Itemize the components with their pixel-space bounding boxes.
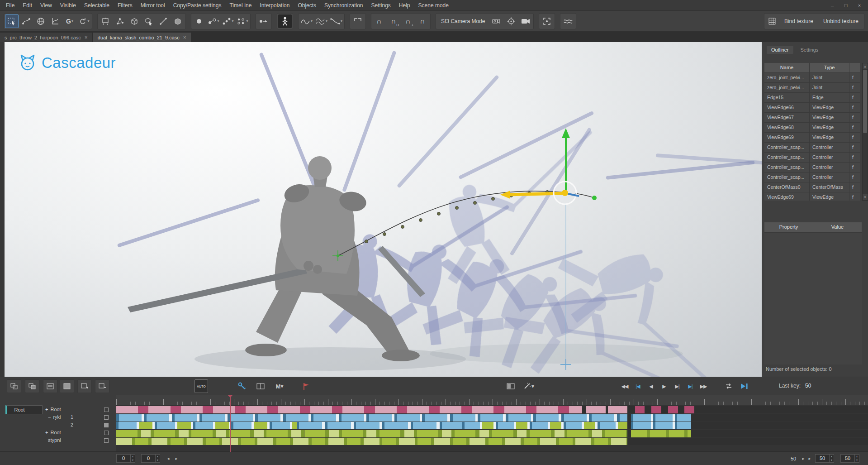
outliner-row[interactable]: ViewEdge66ViewEdgef <box>764 103 860 113</box>
keyframe-block[interactable] <box>655 422 673 429</box>
refresh-tool-button[interactable]: ▾ <box>77 14 91 28</box>
document-tab-2[interactable]: dual_kama_slash_combo_21_9.casc× <box>93 33 191 42</box>
timeline-track-root-2[interactable] <box>116 430 868 437</box>
keyframe-block[interactable] <box>379 422 383 429</box>
keyframe-block[interactable] <box>344 438 347 445</box>
keyframe-block[interactable] <box>505 438 521 445</box>
timeline-track-stypni[interactable] <box>116 438 868 445</box>
next-key-button[interactable]: ▶| <box>684 379 696 393</box>
keyframe-block[interactable] <box>235 406 246 413</box>
keyframe-block[interactable] <box>620 414 627 422</box>
keyframe-block[interactable] <box>213 430 216 437</box>
track-group-root[interactable]: − Root <box>5 405 43 414</box>
keyframe-block[interactable] <box>216 430 226 437</box>
keyframe-block[interactable] <box>647 430 650 437</box>
keyframe-block[interactable] <box>559 438 573 445</box>
menu-file[interactable]: File <box>2 0 19 11</box>
keyframe-block[interactable] <box>567 430 588 437</box>
keyframe-block[interactable] <box>489 438 502 445</box>
keyframe-block[interactable] <box>290 438 293 445</box>
bind-texture-button[interactable]: Bind texture <box>780 14 818 28</box>
keyframe-block[interactable] <box>342 414 364 422</box>
keyframe-block[interactable] <box>404 430 414 437</box>
track-label-root[interactable]: + Root <box>45 407 61 412</box>
keyframe-block[interactable] <box>513 430 517 437</box>
keyframe-block[interactable] <box>184 438 187 445</box>
track-label-stypni[interactable]: stypni <box>48 437 61 443</box>
interpolation-layers-button[interactable]: ▾ <box>314 14 328 28</box>
keyframe-block[interactable] <box>376 430 379 437</box>
keyframe-block[interactable] <box>151 430 154 437</box>
keyframe-block[interactable] <box>517 430 527 437</box>
keyframe-block[interactable] <box>516 422 527 429</box>
menu-filters[interactable]: Filters <box>114 0 137 11</box>
menu-interpolation[interactable]: Interpolation <box>256 0 294 11</box>
document-tab-1[interactable]: s_prc_throw_2_harpoon_096.casc× <box>0 33 92 42</box>
keyframe-block[interactable] <box>238 438 241 445</box>
spin-down-icon[interactable]: ▾ <box>131 458 135 462</box>
keyframe-block[interactable] <box>413 422 436 429</box>
camera-target-button[interactable] <box>504 14 518 28</box>
keyframe-block[interactable] <box>229 430 250 437</box>
keyframe-block[interactable] <box>526 406 536 413</box>
keyframe-block[interactable] <box>482 422 493 429</box>
keyframe-block[interactable] <box>425 414 447 422</box>
keyframe-block[interactable] <box>308 438 312 445</box>
outliner-row[interactable]: zero_joint_pelvi...Jointf <box>764 73 860 83</box>
trajectory-arc-button-2[interactable]: ∩U <box>387 14 400 28</box>
keyframe-block[interactable] <box>339 430 342 437</box>
keyframe-block[interactable] <box>408 422 411 429</box>
loop-toggle-button[interactable] <box>722 379 735 393</box>
keyframe-block[interactable] <box>276 438 290 445</box>
keyframe-block[interactable] <box>181 406 203 413</box>
keyframe-block[interactable] <box>588 430 592 437</box>
keyframe-block[interactable] <box>688 430 691 437</box>
camera-lock-button[interactable] <box>490 14 503 28</box>
keyframe-block[interactable] <box>556 438 559 445</box>
keyframe-block[interactable] <box>266 430 288 437</box>
keyframe-block[interactable] <box>356 422 379 429</box>
keyframe-block[interactable] <box>171 438 184 445</box>
track-visibility-toggle[interactable] <box>104 423 109 427</box>
tab-outliner[interactable]: Outliner <box>767 46 793 54</box>
keyframe-block[interactable] <box>626 430 627 437</box>
frame-current-spinner[interactable]: 0 ▴ ▾ <box>141 454 160 463</box>
keyframe-block[interactable] <box>138 406 148 413</box>
gravity-tool-button[interactable]: G ▾ <box>63 14 76 28</box>
point-select-button[interactable] <box>19 14 33 28</box>
spin-up-icon[interactable]: ▴ <box>830 455 834 458</box>
keyframe-block[interactable] <box>564 430 568 437</box>
scroll-up-icon[interactable]: ▲ <box>863 63 868 69</box>
minimize-button[interactable]: – <box>825 0 839 10</box>
column-name[interactable]: Name <box>764 63 810 72</box>
keyframe-block[interactable] <box>455 430 476 437</box>
copy-interval-button[interactable] <box>25 379 39 393</box>
menu-mirror-tool[interactable]: Mirror tool <box>137 0 169 11</box>
keyframe-block[interactable] <box>369 414 392 422</box>
menu-copy-paste-settings[interactable]: Copy/Paste settings <box>169 0 226 11</box>
scroll-down-icon[interactable]: ▼ <box>863 194 868 200</box>
keyframe-block[interactable] <box>219 438 223 445</box>
keyframe-block[interactable] <box>600 422 616 429</box>
keyframe-block[interactable] <box>608 438 611 445</box>
track-visibility-toggle[interactable] <box>104 438 109 443</box>
point-controller-button[interactable] <box>113 14 127 28</box>
keyframe-block[interactable] <box>175 430 179 437</box>
menu-timeline[interactable]: TimeLine <box>225 0 256 11</box>
trajectory-end-point[interactable] <box>592 196 597 200</box>
timeline-tracks[interactable] <box>116 406 868 448</box>
menu-help[interactable]: Help <box>395 0 414 11</box>
keyframe-block[interactable] <box>521 438 524 445</box>
keyframe-block[interactable] <box>605 430 626 437</box>
gizmo-center[interactable] <box>562 190 568 196</box>
gizmo-x-axis[interactable] <box>508 193 564 195</box>
prev-key-button[interactable]: |◀ <box>632 379 644 393</box>
keyframe-block[interactable] <box>332 406 342 413</box>
keyframe-block[interactable] <box>397 406 407 413</box>
keyframe-block[interactable] <box>396 438 399 445</box>
camera-view-button[interactable] <box>519 14 532 28</box>
menu-view[interactable]: View <box>36 0 56 11</box>
keyframe-block[interactable] <box>258 414 280 422</box>
expand-icon[interactable]: + <box>45 430 48 435</box>
keyframe-block[interactable] <box>278 406 299 413</box>
